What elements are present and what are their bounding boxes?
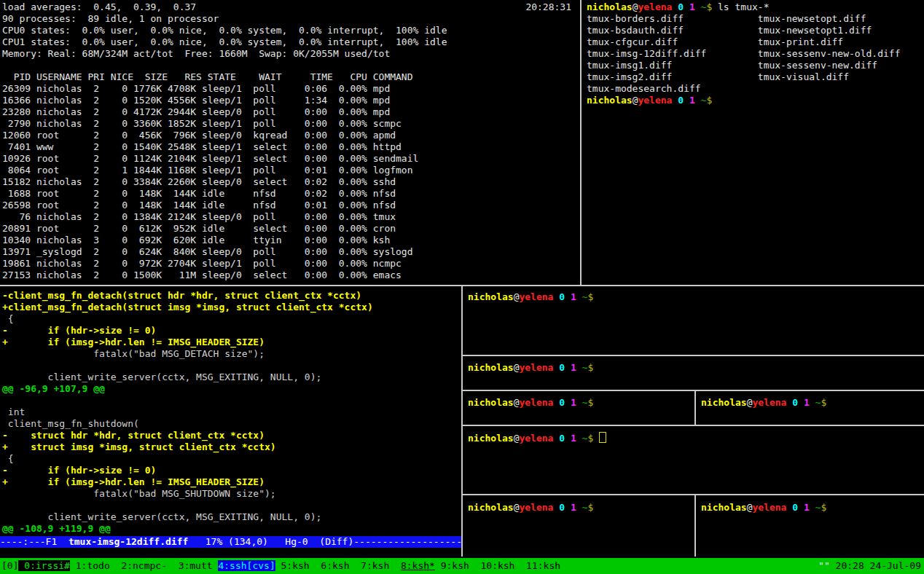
shell-prompt: nicholas@yelena 0 1 ~$ (587, 95, 712, 106)
prompt-part: yelena (752, 397, 786, 408)
prompt-part (684, 1, 689, 12)
session-indicator: [0] (0, 560, 18, 571)
prompt-part: 1 (571, 433, 576, 444)
shell-prompt-line: nicholas@yelena 0 1 ~$ (701, 397, 924, 409)
shell-prompt: nicholas@yelena 0 1 ~$ (468, 362, 593, 373)
prompt-part (576, 362, 582, 373)
shell-prompt: nicholas@yelena 0 1 ~$ (587, 1, 712, 12)
prompt-part: nicholas (468, 291, 514, 302)
prompt-part: yelena (519, 502, 553, 513)
shell-prompt: nicholas@yelena 0 1 ~$ (701, 397, 826, 408)
window-items-c[interactable]: 9:ksh 10:ksh 11:ksh (435, 560, 560, 571)
shell-prompt-line: nicholas@yelena 0 1 ~$ (468, 291, 924, 303)
diff-line: client_write_server(cctx, MSG_EXITING, N… (2, 371, 461, 383)
prompt-part: 0 (559, 362, 565, 373)
window-item-irssi[interactable]: 0:irssi# (18, 560, 69, 571)
window-item-current[interactable]: 8:ksh* (401, 560, 435, 571)
ls-output-line: tmux-bsdauth.diff tmux-newsetopt1.diff (587, 25, 924, 36)
diff-line: + if (imsg->hdr.len != IMSG_HEADER_SIZE) (2, 337, 461, 348)
diff-line: int (2, 406, 461, 418)
shell-command-line: nicholas@yelena 0 1 ~$ ls tmux-* (587, 1, 924, 13)
prompt-part: $ (587, 291, 593, 302)
prompt-part: nicholas (468, 362, 514, 373)
shell-prompt-line: nicholas@yelena 0 1 ~$ (587, 95, 924, 106)
prompt-part: yelena (519, 397, 553, 408)
prompt-part: 0 (559, 433, 565, 444)
prompt-part (798, 502, 804, 513)
shell-command: ls tmux-* (712, 1, 769, 12)
shell-prompt-line: nicholas@yelena 0 1 ~$ (468, 362, 924, 374)
shell-prompt: nicholas@yelena 0 1 ~$ (701, 502, 826, 513)
prompt-part: 1 (804, 502, 810, 513)
top-summary-line: load averages: 0.45, 0.39, 0.37 (2, 1, 580, 13)
prompt-part: 0 (678, 95, 684, 106)
shell-prompt: nicholas@yelena 0 1 ~$ (468, 502, 593, 513)
shell-prompt-line: nicholas@yelena 0 1 ~$ (468, 397, 694, 409)
pane-shell-e1[interactable]: nicholas@yelena 0 1 ~$ (463, 495, 694, 557)
prompt-part (565, 433, 571, 444)
top-summary: load averages: 0.45, 0.39, 0.3790 proces… (2, 1, 580, 60)
pane-shell-c1[interactable]: nicholas@yelena 0 1 ~$ (463, 391, 694, 425)
prompt-part: nicholas (468, 397, 514, 408)
prompt-part: yelena (638, 95, 672, 106)
prompt-part: yelena (519, 433, 553, 444)
prompt-part: 1 (689, 95, 695, 106)
prompt-part (576, 291, 582, 302)
diff-buffer: -client_msg_fn_detach(struct hdr *hdr, s… (2, 290, 461, 535)
process-row: 12060 root 2 0 456K 796K sleep/0 kqread … (2, 130, 580, 141)
window-items-b[interactable]: 5:ksh 6:ksh 7:ksh (275, 560, 401, 571)
prompt-part: 1 (571, 397, 576, 408)
process-row: 2790 nicholas 2 0 3360K 1852K sleep/1 po… (2, 118, 580, 130)
process-row: 27153 nicholas 2 0 1500K 11M sleep/0 sel… (2, 270, 580, 281)
prompt-part: nicholas (587, 1, 633, 12)
process-row: 19861 nicholas 2 0 972K 2704K sleep/1 po… (2, 258, 580, 270)
shell-prompt-line: nicholas@yelena 0 1 ~$ (468, 432, 924, 444)
status-right: "" 20:28 24-Jul-09 (818, 558, 921, 574)
pane-shell-active[interactable]: nicholas@yelena 0 1 ~$ (463, 426, 924, 494)
pane-shell-c2[interactable]: nicholas@yelena 0 1 ~$ (696, 391, 924, 425)
diff-line: { (2, 453, 461, 465)
process-row: 20891 root 2 0 612K 952K idle select 0:0… (2, 223, 580, 235)
window-items-a[interactable]: 1:todo 2:ncmpc- 3:mutt (70, 560, 219, 571)
prompt-part: $ (587, 433, 593, 444)
prompt-part (576, 433, 582, 444)
pane-emacs-diff[interactable]: -client_msg_fn_detach(struct hdr *hdr, s… (0, 286, 461, 557)
prompt-part: 0 (678, 1, 684, 12)
diff-line: - struct hdr *hdr, struct client_ctx *cc… (2, 430, 461, 441)
prompt-part: $ (821, 397, 826, 408)
pane-top-process-monitor[interactable]: 20:28:31 load averages: 0.45, 0.39, 0.37… (0, 0, 580, 285)
pane-shell-b[interactable]: nicholas@yelena 0 1 ~$ (463, 356, 924, 390)
shell-prompt-line: nicholas@yelena 0 1 ~$ (468, 502, 694, 514)
shell-prompt: nicholas@yelena 0 1 ~$ (468, 433, 593, 444)
prompt-part: yelena (752, 502, 786, 513)
prompt-part: yelena (638, 1, 672, 12)
pane-shell-top-right[interactable]: nicholas@yelena 0 1 ~$ ls tmux-* tmux-bo… (582, 0, 924, 285)
prompt-part: $ (587, 362, 593, 373)
diff-line: client_write_server(cctx, MSG_EXITING, N… (2, 511, 461, 523)
prompt-part: nicholas (468, 502, 514, 513)
diff-line: + struct imsg *imsg, struct client_ctx *… (2, 441, 461, 453)
diff-line: @@ -108,9 +119,9 @@ (2, 523, 461, 535)
pane-shell-e2[interactable]: nicholas@yelena 0 1 ~$ (696, 495, 924, 557)
prompt-part: 0 (559, 291, 565, 302)
diff-line: - if (hdr->size != 0) (2, 325, 461, 337)
prompt-part: nicholas (587, 95, 633, 106)
process-row: 15182 nicholas 2 0 3384K 2260K sleep/0 s… (2, 176, 580, 188)
prompt-part: 1 (571, 502, 576, 513)
prompt-part: 0 (792, 502, 798, 513)
process-row: 16366 nicholas 2 0 1520K 4556K sleep/1 p… (2, 95, 580, 106)
prompt-part: $ (587, 502, 593, 513)
diff-line (2, 395, 461, 406)
prompt-part: 1 (689, 1, 695, 12)
prompt-part: 1 (571, 362, 576, 373)
pane-shell-a[interactable]: nicholas@yelena 0 1 ~$ (463, 286, 924, 355)
diff-line: -client_msg_fn_detach(struct hdr *hdr, s… (2, 290, 461, 302)
process-row: 1688 root 2 0 148K 144K idle nfsd 0:02 0… (2, 188, 580, 200)
ls-output-line: tmux-cfgcur.diff tmux-print.diff (587, 36, 924, 48)
prompt-part: nicholas (468, 433, 514, 444)
window-item-ssh[interactable]: 4:ssh[cvs] (218, 560, 275, 571)
shell-prompt-line: nicholas@yelena 0 1 ~$ (701, 502, 924, 514)
prompt-part: nicholas (701, 397, 747, 408)
prompt-part (565, 291, 571, 302)
diff-line: +client_msg_fn_detach(struct imsg *imsg,… (2, 302, 461, 313)
